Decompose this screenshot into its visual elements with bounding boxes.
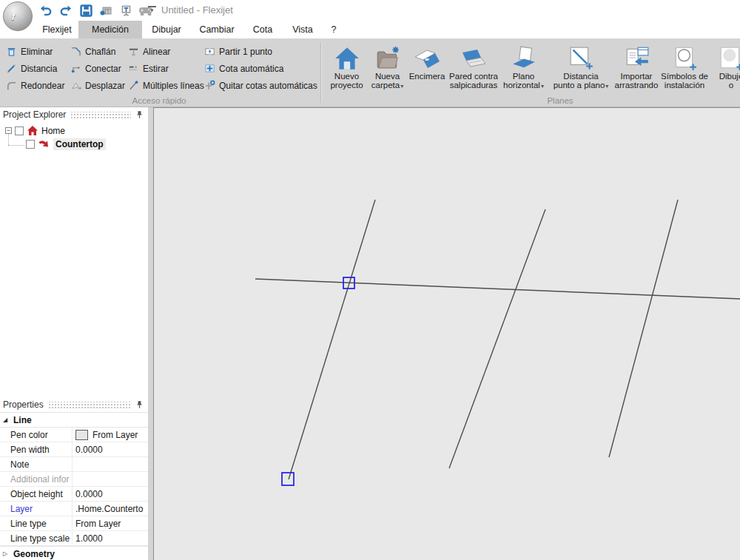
- property-value-text: From Layer: [92, 430, 138, 440]
- project-explorer-header: Project Explorer: [0, 107, 148, 122]
- dropdown-caret-icon: ▾: [400, 83, 403, 90]
- property-value[interactable]: From Layer: [73, 516, 148, 530]
- quick-access-group: Eliminar Chaflán Alinear: [4, 43, 327, 94]
- countertop-icon: [412, 47, 442, 72]
- distance-icon: [6, 63, 17, 74]
- button-label: Chaflán: [85, 47, 115, 57]
- tab-dibujar[interactable]: Dibujar: [142, 21, 191, 38]
- home-checkbox[interactable]: [15, 126, 24, 135]
- remove-auto-dimension-icon: [204, 80, 215, 91]
- tree-expand-toggle[interactable]: −: [5, 127, 12, 134]
- button-label: Eliminar: [21, 47, 53, 57]
- measure-device-button[interactable]: [98, 3, 113, 18]
- tab-help[interactable]: ?: [323, 21, 345, 38]
- dibuje-button[interactable]: Dibuje o: [709, 41, 740, 91]
- home-icon: [27, 125, 38, 136]
- plano-horizontal-button[interactable]: Plano horizontal▾: [498, 41, 549, 91]
- tab-cota[interactable]: Cota: [243, 21, 283, 38]
- auto-dimension-icon: [204, 63, 215, 74]
- property-label: Pen color: [0, 428, 73, 442]
- flexijet-logo[interactable]: f•••: [3, 1, 33, 31]
- tab-vista[interactable]: Vista: [283, 21, 323, 38]
- tab-cambiar[interactable]: Cambiar: [191, 21, 243, 38]
- undo-icon: [39, 4, 53, 16]
- cota-automatica-button[interactable]: Cota automática: [203, 60, 327, 77]
- panel-header-grip: [70, 112, 131, 118]
- button-label: Desplazar: [85, 81, 125, 91]
- pen-color-swatch[interactable]: [75, 430, 88, 440]
- planes-group: Nuevo proyecto Nueva carpeta▾ Enci: [323, 41, 740, 91]
- redo-button[interactable]: [58, 3, 73, 18]
- ribbon: Eliminar Chaflán Alinear: [0, 38, 740, 107]
- button-label: Conectar: [85, 64, 121, 74]
- importar-arrastrando-button[interactable]: Importar arrastrando: [613, 41, 660, 91]
- property-value[interactable]: From Layer: [73, 428, 148, 442]
- conectar-button[interactable]: Conectar: [69, 60, 127, 77]
- countertop-checkbox[interactable]: [26, 140, 35, 149]
- eliminar-button[interactable]: Eliminar: [4, 43, 69, 60]
- multiples-lineas-button[interactable]: Múltiples líneas: [127, 77, 203, 94]
- undo-button[interactable]: [38, 3, 53, 18]
- button-label: Partir 1 punto: [219, 47, 272, 57]
- property-value[interactable]: 0.0000: [73, 442, 148, 456]
- estirar-button[interactable]: Estirar: [127, 60, 203, 77]
- tab-flexijet[interactable]: Flexijet: [36, 21, 78, 38]
- pin-icon[interactable]: [135, 109, 144, 120]
- align-icon: [128, 46, 139, 57]
- desplazar-button[interactable]: Desplazar: [69, 77, 127, 94]
- section-line[interactable]: ◢ Line: [0, 412, 148, 428]
- partir-1-punto-button[interactable]: Partir 1 punto: [203, 43, 327, 60]
- panel-splitter[interactable]: [148, 107, 153, 560]
- redo-icon: [59, 4, 73, 16]
- property-row-layer: Layer .Home.Counterto: [0, 502, 148, 516]
- nuevo-proyecto-button[interactable]: Nuevo proyecto: [323, 41, 370, 91]
- save-button[interactable]: [78, 3, 93, 18]
- nueva-carpeta-button[interactable]: Nueva carpeta▾: [370, 41, 405, 91]
- customize-toolbar-icon[interactable]: ▾: [148, 6, 156, 12]
- property-row-line-type-scale: Line type scale f 1.0000: [0, 531, 148, 546]
- drawing-canvas[interactable]: [153, 107, 740, 560]
- property-value[interactable]: [73, 472, 148, 486]
- property-label-layer-link[interactable]: Layer: [0, 502, 73, 516]
- station-button[interactable]: [118, 3, 133, 18]
- property-value[interactable]: .Home.Counterto: [73, 502, 148, 516]
- point-to-plane-icon: [568, 45, 594, 72]
- properties-header: Properties: [0, 397, 148, 412]
- button-label-line1: Dibuje: [719, 72, 740, 81]
- property-row-note: Note: [0, 457, 148, 472]
- property-label: Additional infor: [0, 472, 73, 486]
- button-label: Alinear: [143, 47, 170, 57]
- encimera-button[interactable]: Encimera: [405, 41, 449, 91]
- tree-item-countertop[interactable]: Countertop: [0, 138, 148, 150]
- property-value[interactable]: 1.0000: [73, 531, 148, 545]
- chaflan-button[interactable]: Chaflán: [69, 43, 127, 60]
- tree-item-home[interactable]: − Home: [0, 124, 148, 137]
- button-label-line2: salpicaduras: [450, 81, 498, 90]
- alinear-button[interactable]: Alinear: [127, 43, 203, 60]
- property-value[interactable]: [73, 457, 148, 471]
- property-value[interactable]: 0.0000: [73, 487, 148, 501]
- section-collapsed-icon: ▷: [3, 550, 10, 557]
- distancia-button[interactable]: Distancia: [4, 60, 69, 77]
- pin-icon[interactable]: [135, 399, 144, 410]
- redondear-button[interactable]: Redondear: [4, 77, 69, 94]
- logo-letter: f: [12, 11, 15, 22]
- simbolos-de-instalacion-button[interactable]: Símbolos de instalación: [660, 41, 709, 91]
- button-label-line1: Importar: [621, 72, 653, 81]
- tab-medicion[interactable]: Medición: [78, 21, 142, 38]
- selection-marker[interactable]: [282, 473, 294, 485]
- canvas-svg[interactable]: [154, 108, 740, 560]
- pared-contra-salpicaduras-button[interactable]: Pared contra salpicaduras: [449, 41, 498, 91]
- properties-title: Properties: [3, 399, 44, 410]
- drawing-line[interactable]: [449, 209, 545, 468]
- drawing-line[interactable]: [255, 279, 740, 299]
- drawing-line[interactable]: [609, 200, 678, 457]
- button-label-line1: Nuevo: [334, 72, 359, 81]
- quitar-cotas-automaticas-button[interactable]: Quitar cotas automáticas: [203, 77, 327, 94]
- button-label-line2: horizontal: [503, 81, 540, 90]
- distancia-punto-a-plano-button[interactable]: Distancia punto a plano▾: [549, 41, 613, 91]
- property-row-pen-width: Pen width 0.0000: [0, 442, 148, 457]
- import-drag-icon: [622, 45, 650, 72]
- section-geometry[interactable]: ▷ Geometry: [0, 546, 148, 560]
- drawing-line[interactable]: [289, 200, 375, 479]
